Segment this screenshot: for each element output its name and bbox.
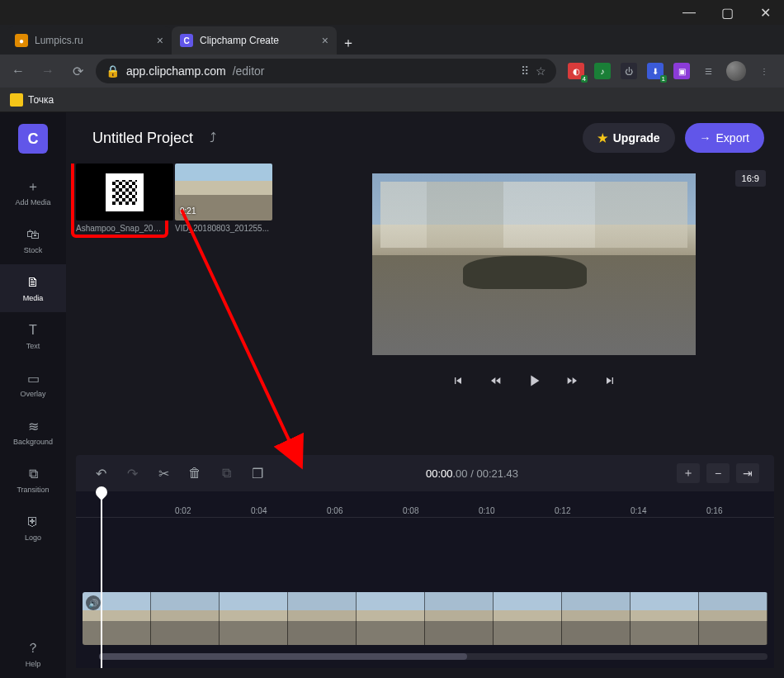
ruler-tick: 0:04	[251, 506, 267, 515]
skip-end-button[interactable]	[601, 372, 619, 390]
star-icon: ★	[597, 131, 608, 145]
aspect-ratio-button[interactable]: 16:9	[735, 170, 766, 187]
browser-tab-lumpics[interactable]: ● Lumpics.ru ×	[7, 26, 172, 55]
timeline[interactable]: 0:02 0:04 0:06 0:08 0:10 0:12 0:14 0:16 …	[76, 491, 774, 668]
rail-overlay[interactable]: ▭ Overlay	[0, 360, 66, 408]
skip-start-button[interactable]	[449, 372, 467, 390]
project-title-input[interactable]: Untitled Project	[86, 126, 200, 150]
rail-background[interactable]: ≋ Background	[0, 408, 66, 456]
window-titlebar: — ▢ ✕	[0, 0, 784, 25]
export-button[interactable]: → Export	[685, 123, 764, 153]
nav-back-button[interactable]: ←	[7, 59, 30, 83]
url-omnibox[interactable]: 🔒 app.clipchamp.com/editor ⠿ ☆	[96, 59, 556, 83]
export-label: Export	[716, 131, 749, 145]
stock-icon: 🛍	[25, 226, 41, 243]
document-icon: 🗎	[25, 274, 41, 291]
browser-tab-clipchamp[interactable]: C Clipchamp Create ×	[172, 26, 337, 55]
window-close-button[interactable]: ✕	[746, 0, 784, 25]
rail-media[interactable]: 🗎 Media	[0, 264, 66, 312]
help-icon: ？	[25, 640, 41, 657]
browser-toolbar: ← → ⟳ 🔒 app.clipchamp.com/editor ⠿ ☆ ◐4 …	[0, 55, 784, 88]
copy-button[interactable]: ❐	[248, 463, 267, 483]
tab-close-icon[interactable]: ×	[157, 35, 163, 46]
media-panel: Ashampoo_Snap_2020... 0:21 VID_20180803_…	[76, 164, 289, 445]
media-item-qr[interactable]: Ashampoo_Snap_2020...	[71, 164, 168, 238]
rail-label: Media	[23, 294, 44, 302]
rail-label: Transition	[17, 486, 49, 494]
zoom-fit-button[interactable]: ⇥	[736, 463, 759, 483]
reading-list-icon[interactable]: ☰	[700, 63, 716, 79]
timeline-toolbar: ↶ ↷ ✂ 🗑 ⧉ ❐ 00:00.00 / 00:21.43 ＋ − ⇥	[76, 455, 774, 491]
delete-button[interactable]: 🗑	[185, 463, 205, 483]
ruler-tick: 0:12	[555, 506, 570, 515]
extension-icons: ◐4 ♪ ⏻ ⬇1 ▣ ☰ ⋮	[563, 61, 777, 81]
split-button[interactable]: ✂	[153, 463, 173, 483]
timeline-ruler[interactable]: 0:02 0:04 0:06 0:08 0:10 0:12 0:14 0:16	[76, 491, 774, 518]
browser-menu-icon[interactable]: ⋮	[756, 63, 772, 79]
profile-avatar[interactable]	[726, 61, 746, 81]
translate-icon[interactable]: ⠿	[521, 64, 529, 78]
timeline-scrollbar[interactable]	[99, 653, 767, 660]
forward-button[interactable]	[563, 372, 581, 390]
ruler-tick: 0:10	[479, 506, 494, 515]
rail-label: Background	[13, 438, 53, 446]
zoom-out-button[interactable]: −	[706, 463, 730, 483]
extension-icon[interactable]: ♪	[594, 63, 611, 79]
media-thumbnail[interactable]	[76, 164, 173, 220]
arrow-right-icon: →	[700, 131, 711, 145]
rail-stock[interactable]: 🛍 Stock	[0, 216, 66, 264]
rail-text[interactable]: T Text	[0, 312, 66, 360]
redo-button[interactable]: ↷	[122, 463, 142, 483]
favicon-clipchamp: C	[180, 34, 193, 47]
timeline-video-clip[interactable]: 🔊	[83, 592, 767, 645]
rail-label: Help	[26, 660, 41, 668]
nav-forward-button[interactable]: →	[36, 59, 59, 83]
text-icon: T	[25, 322, 41, 339]
video-preview[interactable]	[372, 173, 696, 355]
rail-label: Logo	[25, 533, 41, 542]
duration-badge: 0:21	[180, 206, 196, 216]
ruler-tick: 0:14	[631, 506, 646, 515]
media-thumbnail[interactable]: 0:21	[175, 164, 272, 220]
rail-help[interactable]: ？ Help	[0, 630, 66, 678]
tab-close-icon[interactable]: ×	[322, 35, 328, 46]
new-tab-button[interactable]: ＋	[337, 31, 360, 55]
upgrade-button[interactable]: ★ Upgrade	[583, 123, 675, 153]
rewind-button[interactable]	[487, 372, 505, 390]
undo-button[interactable]: ↶	[91, 463, 111, 483]
share-icon[interactable]: ⤴	[210, 130, 216, 145]
rail-logo[interactable]: ⛨ Logo	[0, 504, 66, 552]
plus-icon: ＋	[25, 178, 41, 195]
bookmark-folder-icon	[10, 93, 23, 107]
window-maximize-button[interactable]: ▢	[708, 0, 746, 25]
rail-add-media[interactable]: ＋ Add Media	[0, 168, 66, 216]
app-logo[interactable]: C	[18, 124, 48, 154]
ruler-tick: 0:16	[706, 506, 722, 515]
nav-reload-button[interactable]: ⟳	[66, 59, 89, 83]
tab-title: Clipchamp Create	[200, 35, 279, 46]
extension-icon[interactable]: ⬇1	[647, 63, 664, 79]
rail-transition[interactable]: ⧉ Transition	[0, 456, 66, 504]
duplicate-button[interactable]: ⧉	[216, 463, 236, 483]
play-button[interactable]	[525, 372, 543, 390]
transition-icon: ⧉	[25, 466, 41, 482]
star-icon[interactable]: ☆	[536, 64, 546, 78]
playback-controls	[449, 372, 619, 390]
preview-column: 16:9	[299, 164, 769, 445]
media-item-video[interactable]: 0:21 VID_20180803_201255...	[175, 164, 272, 233]
shield-icon: ⛨	[25, 514, 41, 530]
timeline-scroll-thumb[interactable]	[99, 653, 467, 660]
audio-icon[interactable]: 🔊	[86, 595, 101, 610]
timeline-empty-track[interactable]	[76, 518, 774, 592]
playhead[interactable]	[101, 493, 102, 668]
extension-icon[interactable]: ◐4	[568, 63, 584, 79]
extension-icon[interactable]: ▣	[673, 63, 690, 79]
rail-label: Text	[26, 342, 40, 350]
bookmark-item[interactable]: Точка	[28, 94, 54, 106]
window-minimize-button[interactable]: —	[670, 0, 708, 25]
zoom-in-button[interactable]: ＋	[677, 463, 700, 483]
extension-icon[interactable]: ⏻	[621, 63, 637, 79]
url-domain: app.clipchamp.com	[126, 64, 226, 78]
tab-title: Lumpics.ru	[35, 35, 83, 46]
url-path: /editor	[233, 64, 265, 78]
